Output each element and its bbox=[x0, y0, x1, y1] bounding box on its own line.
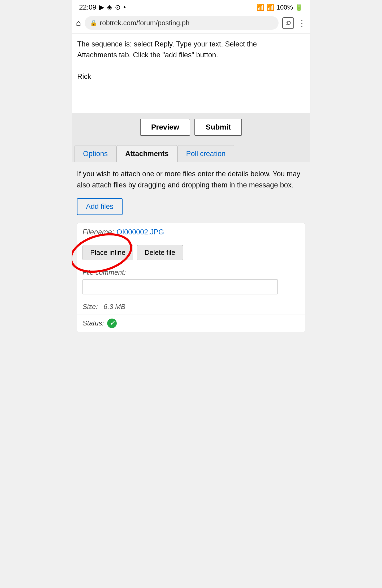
tab-switcher-button[interactable]: :D bbox=[282, 17, 294, 29]
tab-attachments[interactable]: Attachments bbox=[116, 145, 177, 162]
home-button[interactable]: ⌂ bbox=[76, 18, 81, 28]
preview-button[interactable]: Preview bbox=[140, 119, 190, 136]
file-status-row: Status: bbox=[77, 315, 305, 332]
delete-file-button[interactable]: Delete file bbox=[137, 245, 183, 260]
attachments-content: If you wish to attach one or more files … bbox=[72, 162, 310, 337]
filename-link[interactable]: OI000002.JPG bbox=[117, 228, 164, 236]
diamond-icon: ◈ bbox=[107, 3, 112, 11]
file-comment-input[interactable] bbox=[83, 279, 278, 294]
browser-chrome: ⌂ 🔒 robtrek.com/forum/posting.ph :D ⋮ bbox=[72, 14, 310, 33]
message-text: The sequence is: select Reply. Type your… bbox=[77, 39, 305, 108]
status-left: 22:09 ▶ ◈ ⊙ • bbox=[79, 3, 126, 11]
place-inline-button[interactable]: Place inline bbox=[83, 245, 133, 260]
tabs-row: Options Attachments Poll creation bbox=[72, 145, 310, 162]
size-label: Size: bbox=[83, 303, 98, 311]
filename-label: Filename: bbox=[83, 228, 114, 236]
file-size-row: Size: 6.3 MB bbox=[77, 299, 305, 315]
signal-icon: 📶 bbox=[267, 4, 275, 11]
status-ok-icon bbox=[107, 319, 117, 328]
address-bar[interactable]: 🔒 robtrek.com/forum/posting.ph bbox=[85, 16, 279, 30]
time-display: 22:09 bbox=[79, 3, 96, 11]
url-text: robtrek.com/forum/posting.ph bbox=[100, 19, 189, 27]
file-comment-label: File comment: bbox=[83, 268, 299, 277]
lock-icon: 🔒 bbox=[90, 20, 97, 27]
browser-icon: ⊙ bbox=[115, 3, 121, 11]
battery-icon: 🔋 bbox=[295, 4, 303, 11]
status-bar: 22:09 ▶ ◈ ⊙ • 📶 📶 100% 🔋 bbox=[72, 0, 310, 14]
file-comment-row: File comment: bbox=[77, 264, 305, 299]
wifi-icon: 📶 bbox=[257, 4, 264, 11]
status-right: 📶 📶 100% 🔋 bbox=[257, 4, 303, 11]
dot-icon: • bbox=[123, 3, 126, 11]
submit-button[interactable]: Submit bbox=[194, 119, 242, 136]
size-value: 6.3 MB bbox=[103, 303, 125, 311]
youtube-icon: ▶ bbox=[99, 3, 104, 11]
file-actions-row: Place inline Delete file bbox=[77, 241, 305, 264]
attachments-instructions: If you wish to attach one or more files … bbox=[77, 169, 305, 191]
filename-row: Filename: OI000002.JPG bbox=[77, 223, 305, 241]
add-files-button[interactable]: Add files bbox=[77, 198, 123, 215]
message-area[interactable]: The sequence is: select Reply. Type your… bbox=[72, 33, 310, 113]
file-card: Filename: OI000002.JPG Place inline Dele… bbox=[77, 223, 305, 332]
more-menu-button[interactable]: ⋮ bbox=[298, 18, 306, 28]
tabs-section: Options Attachments Poll creation bbox=[72, 141, 310, 162]
action-bar: Preview Submit bbox=[72, 113, 310, 141]
battery-display: 100% bbox=[277, 4, 293, 11]
status-label: Status: bbox=[83, 319, 104, 327]
tab-options[interactable]: Options bbox=[74, 145, 116, 162]
tab-poll-creation[interactable]: Poll creation bbox=[177, 145, 235, 162]
